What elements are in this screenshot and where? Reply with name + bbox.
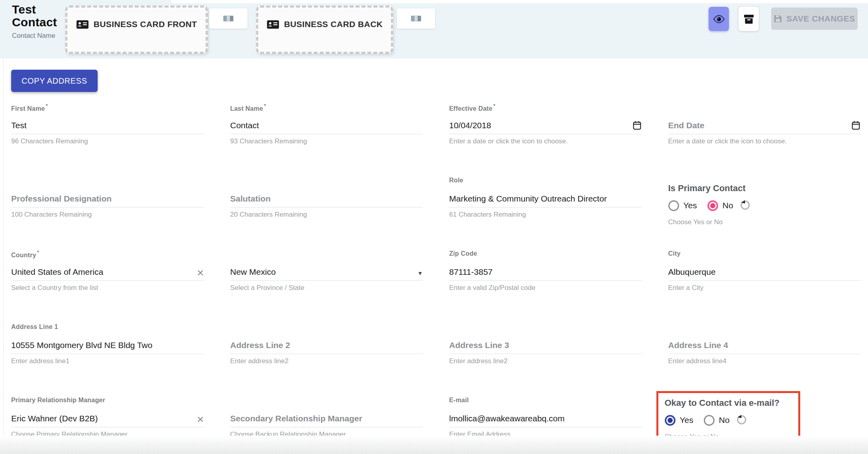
last-name-input[interactable]: Contact [230, 114, 423, 134]
address-line-2-hint: Enter address line2 [230, 357, 423, 365]
end-date-label: End Date [668, 121, 705, 130]
city-field: City Albuquerque Enter a City [668, 250, 861, 323]
business-card-back-preview[interactable] [397, 8, 435, 29]
address-line-3-hint: Enter address line2 [449, 357, 642, 365]
is-primary-no-radio[interactable] [707, 200, 718, 211]
okay-contact-no-label: No [719, 415, 730, 425]
address-line-4-input[interactable]: Address Line 4 [668, 334, 861, 354]
business-card-back-dropzone[interactable]: BUSINESS CARD BACK [256, 6, 393, 54]
save-changes-label: SAVE CHANGES [786, 14, 855, 23]
calendar-icon[interactable] [632, 120, 642, 130]
business-card-front-preview[interactable] [209, 8, 247, 29]
copy-address-button[interactable]: COPY ADDRESS [11, 70, 98, 92]
form-row-4: Address Line 1 10555 Montgomery Blvd NE … [11, 323, 861, 397]
is-primary-no-label: No [723, 201, 733, 210]
address-line-1-label: Address Line 1 [11, 323, 204, 334]
clear-icon[interactable]: × [197, 415, 204, 423]
form-row-3: Country* United States of America × Sele… [11, 250, 861, 323]
salutation-input[interactable]: Salutation [230, 187, 423, 207]
zip-code-input[interactable]: 87111-3857 [449, 260, 642, 281]
floppy-disk-icon [774, 14, 782, 23]
contact-title-line1: Test [12, 3, 57, 16]
is-primary-yes-radio[interactable] [668, 200, 679, 211]
address-line-1-hint: Enter address line1 [11, 357, 204, 365]
country-input[interactable]: United States of America × [11, 260, 204, 281]
secondary-relationship-manager-label: Secondary Relationship Manager [230, 414, 362, 423]
save-changes-button[interactable]: SAVE CHANGES [771, 8, 858, 30]
broken-image-icon [411, 16, 421, 22]
first-name-label: First Name* [11, 104, 204, 114]
professional-designation-field: Professional Designation 100 Characters … [11, 177, 204, 250]
zip-code-label: Zip Code [449, 250, 642, 260]
professional-designation-input[interactable]: Professional Designation [11, 187, 204, 207]
effective-date-input[interactable]: 10/04/2018 [449, 114, 642, 134]
business-card-icon [76, 20, 89, 29]
role-field: Role Marketing & Community Outreach Dire… [449, 177, 642, 250]
last-name-hint: 93 Characters Remaining [230, 137, 423, 145]
salutation-label: Salutation [230, 194, 271, 204]
country-label: Country* [11, 250, 204, 260]
archive-button[interactable] [738, 7, 759, 31]
preview-button[interactable] [709, 7, 729, 31]
professional-designation-label: Professional Designation [11, 194, 112, 204]
address-line-2-field: Address Line 2 Enter address line2 [230, 323, 423, 397]
business-card-icon [267, 20, 279, 29]
bottom-fade [0, 436, 868, 454]
effective-date-label: Effective Date* [449, 104, 642, 114]
end-date-input[interactable]: End Date [668, 114, 861, 134]
effective-date-hint: Enter a date or click the icon to choose… [449, 137, 642, 145]
end-date-hint: Enter a date or click the icon to choose… [668, 137, 861, 145]
page-header: Test Contact Contact Name BUSINESS CARD … [0, 0, 868, 59]
address-line-4-label: Address Line 4 [668, 340, 729, 350]
clear-icon[interactable]: × [197, 269, 204, 277]
salutation-field: Salutation 20 Characters Remaining [230, 177, 423, 250]
archive-box-icon [743, 14, 754, 24]
address-line-2-input[interactable]: Address Line 2 [230, 334, 423, 354]
role-input[interactable]: Marketing & Community Outreach Director [449, 187, 642, 207]
okay-contact-yes-radio[interactable] [665, 415, 676, 426]
address-line-3-label: Address Line 3 [449, 340, 509, 350]
end-date-field: End Date Enter a date or click the icon … [668, 104, 861, 177]
is-primary-contact-group: Is Primary Contact Yes No Choose Yes or … [668, 183, 861, 250]
form-row-2: Professional Designation 100 Characters … [11, 177, 861, 250]
eye-icon [712, 14, 726, 24]
primary-relationship-manager-input[interactable]: Eric Wahner (Dev B2B) × [11, 407, 204, 427]
contact-title-block: Test Contact Contact Name [12, 3, 57, 40]
primary-relationship-manager-label: Primary Relationship Manager [11, 397, 204, 407]
province-hint: Select a Province / State [230, 284, 423, 292]
chevron-down-icon[interactable]: ▼ [417, 270, 423, 277]
okay-to-contact-label: Okay to Contact via e-mail? [665, 398, 792, 408]
address-line-2-label: Address Line 2 [230, 340, 291, 350]
country-field: Country* United States of America × Sele… [11, 250, 204, 323]
address-line-1-field: Address Line 1 10555 Montgomery Blvd NE … [11, 323, 204, 397]
contact-title-line2: Contact [12, 16, 57, 29]
salutation-hint: 20 Characters Remaining [230, 211, 423, 219]
header-top-strip [171, 0, 868, 3]
business-card-front-dropzone[interactable]: BUSINESS CARD FRONT [65, 6, 208, 54]
effective-date-field: Effective Date* 10/04/2018 Enter a date … [449, 104, 642, 177]
secondary-relationship-manager-input[interactable]: Secondary Relationship Manager [230, 407, 423, 427]
address-line-4-field: Address Line 4 Enter address line4 [668, 323, 861, 397]
last-name-label: Last Name* [230, 104, 423, 114]
zip-code-hint: Enter a valid Zip/Postal code [449, 284, 642, 292]
address-line-4-hint: Enter address line4 [668, 357, 861, 365]
first-name-input[interactable]: Test [11, 114, 204, 134]
address-line-1-input[interactable]: 10555 Montgomery Blvd NE Bldg Two [11, 334, 204, 354]
undo-icon[interactable] [739, 200, 751, 211]
okay-contact-no-radio[interactable] [704, 415, 715, 426]
province-select[interactable]: New Mexico ▼ [230, 260, 423, 281]
calendar-icon[interactable] [851, 120, 861, 130]
okay-contact-yes-label: Yes [680, 415, 693, 425]
business-card-front-label: BUSINESS CARD FRONT [94, 20, 197, 29]
email-label: E-mail [449, 397, 642, 407]
contact-name-caption: Contact Name [12, 32, 57, 40]
city-label: City [668, 250, 861, 260]
address-line-3-input[interactable]: Address Line 3 [449, 334, 642, 354]
undo-icon[interactable] [735, 414, 747, 426]
is-primary-contact-hint: Choose Yes or No [668, 218, 861, 226]
broken-image-icon [223, 16, 234, 22]
city-input[interactable]: Albuquerque [668, 260, 861, 281]
zip-code-field: Zip Code 87111-3857 Enter a valid Zip/Po… [449, 250, 642, 323]
email-input[interactable]: lmollica@awakeawareabq.com [449, 407, 642, 427]
is-primary-contact-label: Is Primary Contact [668, 183, 861, 194]
